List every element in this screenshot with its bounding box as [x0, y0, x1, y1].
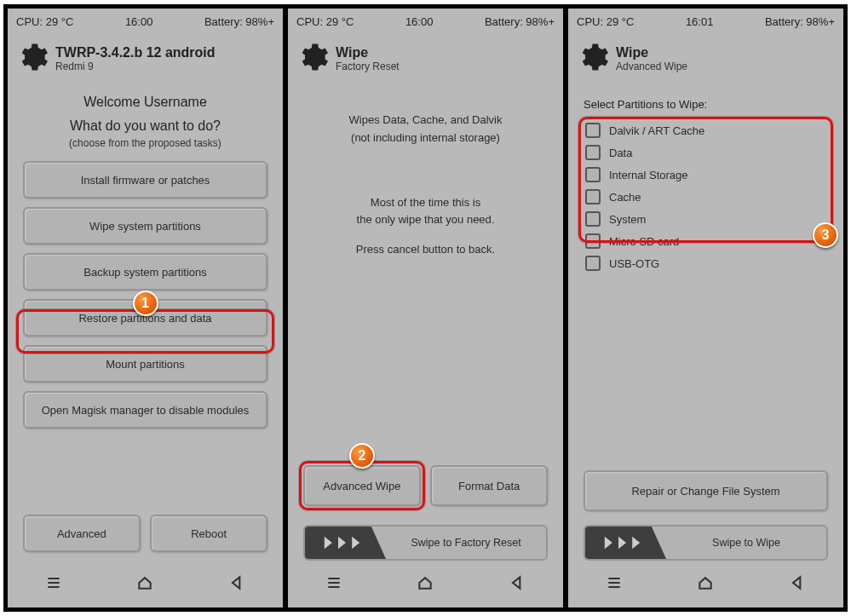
page-title: Wipe — [336, 45, 400, 60]
slider-label: Swipe to Factory Reset — [386, 537, 546, 549]
gear-icon — [14, 40, 49, 78]
screen-advanced-wipe: CPU: 29 °C 16:01 Battery: 98%+ Wipe Adva… — [566, 7, 845, 609]
screen-wipe: CPU: 29 °C 16:00 Battery: 98%+ Wipe Fact… — [286, 7, 565, 609]
status-bar: CPU: 29 °C 16:00 Battery: 98%+ — [288, 9, 563, 35]
clock: 16:00 — [125, 15, 153, 28]
screen-main-menu: CPU: 29 °C 16:00 Battery: 98%+ TWRP-3.4.… — [6, 7, 285, 609]
clock: 16:00 — [405, 15, 434, 28]
step-badge-3: 3 — [813, 222, 838, 248]
partition-cache-checkbox[interactable]: Cache — [584, 186, 828, 208]
header: TWRP-3.4.2.b 12 android Redmi 9 — [8, 35, 283, 79]
welcome-line-1: Welcome Username — [23, 95, 267, 110]
wipe-info-2a: Most of the time this is — [303, 194, 548, 212]
page-subtitle: Advanced Wipe — [616, 60, 687, 72]
step-badge-1: 1 — [133, 291, 158, 316]
checkbox-icon — [585, 233, 601, 249]
battery: Battery: 98%+ — [485, 15, 555, 28]
advanced-button[interactable]: Advanced — [23, 515, 141, 552]
partition-internal-checkbox[interactable]: Internal Storage — [584, 164, 828, 186]
home-icon[interactable] — [135, 574, 155, 595]
slider-label: Swipe to Wipe — [666, 537, 826, 549]
checkbox-icon — [585, 256, 601, 271]
header: Wipe Advanced Wipe — [568, 35, 843, 79]
menu-icon[interactable] — [43, 574, 64, 595]
chevron-right-icon — [585, 527, 666, 559]
nav-bar — [568, 567, 843, 607]
select-partitions-label: Select Partitions to Wipe: — [584, 98, 828, 111]
wipe-info-1b: (not including internal storage) — [303, 130, 548, 147]
menu-icon[interactable] — [604, 574, 624, 595]
swipe-to-wipe-slider[interactable]: Swipe to Wipe — [584, 525, 828, 561]
menu-icon[interactable] — [324, 574, 344, 595]
cpu-temp: CPU: 29 °C — [296, 15, 354, 28]
device-name: Redmi 9 — [55, 60, 216, 72]
magisk-manager-button[interactable]: Open Magisk manager to disable modules — [23, 391, 267, 429]
status-bar: CPU: 29 °C 16:01 Battery: 98%+ — [568, 9, 843, 35]
wipe-info-3: Press cancel button to back. — [303, 241, 548, 259]
clock: 16:01 — [686, 15, 714, 28]
wipe-info-2b: the only wipe that you need. — [303, 211, 548, 229]
back-icon[interactable] — [227, 574, 247, 595]
mount-partitions-button[interactable]: Mount partitions — [23, 345, 267, 383]
home-icon[interactable] — [695, 574, 716, 595]
chevron-right-icon — [305, 527, 386, 559]
gear-icon — [575, 40, 609, 78]
partition-data-checkbox[interactable]: Data — [584, 141, 828, 164]
nav-bar — [288, 567, 563, 607]
cpu-temp: CPU: 29 °C — [577, 15, 634, 28]
checkbox-icon — [585, 189, 601, 204]
back-icon[interactable] — [787, 574, 808, 595]
nav-bar — [8, 567, 283, 607]
install-firmware-button[interactable]: Install firmware or patches — [23, 161, 267, 199]
backup-partitions-button[interactable]: Backup system partitions — [23, 253, 267, 291]
partition-usbotg-checkbox[interactable]: USB-OTG — [584, 252, 828, 274]
battery: Battery: 98%+ — [765, 15, 835, 28]
partition-system-checkbox[interactable]: System — [584, 208, 828, 230]
page-subtitle: Factory Reset — [336, 60, 400, 72]
partition-microsd-checkbox[interactable]: Micro SD card — [584, 230, 828, 252]
partition-dalvik-checkbox[interactable]: Dalvik / ART Cache — [584, 119, 828, 141]
back-icon[interactable] — [507, 574, 527, 595]
page-title: Wipe — [616, 45, 687, 60]
page-title: TWRP-3.4.2.b 12 android — [55, 45, 216, 60]
home-icon[interactable] — [415, 574, 435, 595]
status-bar: CPU: 29 °C 16:00 Battery: 98%+ — [8, 9, 283, 35]
checkbox-icon — [585, 123, 601, 138]
advanced-wipe-button[interactable]: Advanced Wipe — [303, 465, 421, 506]
welcome-hint: (choose from the proposed tasks) — [23, 137, 267, 149]
battery: Battery: 98%+ — [204, 15, 274, 28]
checkbox-icon — [585, 211, 601, 227]
cpu-temp: CPU: 29 °C — [16, 15, 73, 28]
step-badge-2: 2 — [349, 443, 375, 469]
header: Wipe Factory Reset — [288, 35, 563, 79]
checkbox-icon — [585, 145, 601, 160]
reboot-button[interactable]: Reboot — [150, 515, 267, 552]
welcome-line-2: What do you want to do? — [23, 118, 267, 134]
wipe-partitions-button[interactable]: Wipe system partitions — [23, 207, 267, 245]
format-data-button[interactable]: Format Data — [430, 465, 548, 506]
swipe-factory-reset-slider[interactable]: Swipe to Factory Reset — [303, 525, 548, 561]
gear-icon — [295, 40, 329, 78]
wipe-info-1: Wipes Data, Cache, and Dalvik — [303, 112, 548, 130]
checkbox-icon — [585, 167, 601, 182]
repair-filesystem-button[interactable]: Repair or Change File System — [584, 470, 828, 511]
